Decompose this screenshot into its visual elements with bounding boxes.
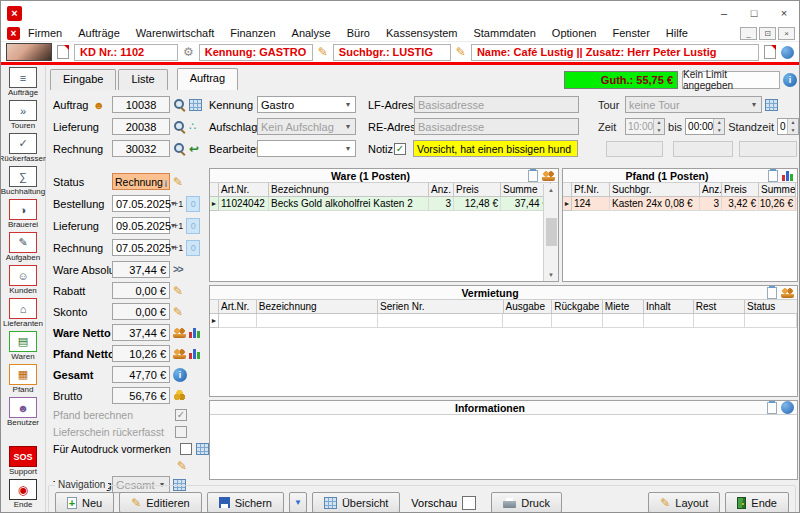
skonto-field[interactable]: 0,00 € — [112, 303, 170, 320]
ende-button[interactable]: Ende — [725, 492, 789, 513]
pencil-icon[interactable]: ✎ — [318, 45, 328, 59]
neu-button[interactable]: +Neu — [55, 492, 114, 513]
menu-stammdaten[interactable]: Stammdaten — [465, 27, 543, 39]
status-field[interactable]: Rechnung — [112, 173, 170, 190]
info-icon[interactable]: i — [783, 73, 797, 87]
mdi-restore-icon[interactable]: ⊡ — [759, 27, 776, 40]
search-icon[interactable] — [173, 98, 186, 111]
sidebar-item-kunden[interactable]: ☺Kunden — [9, 265, 37, 296]
search-icon[interactable] — [173, 120, 186, 133]
menu-optionen[interactable]: Optionen — [544, 27, 605, 39]
gear-icon[interactable]: ⚙ — [183, 45, 194, 59]
autodruck-checkbox[interactable] — [180, 443, 192, 455]
menu-buero[interactable]: Büro — [339, 27, 378, 39]
sichern-button[interactable]: Sichern — [207, 492, 284, 513]
lieferung-number-field[interactable]: 20038 — [112, 118, 170, 135]
offset-days-field[interactable]: 0 — [186, 218, 200, 234]
rechnungsdatum-select[interactable]: 07.05.2025▾ — [112, 239, 170, 256]
report-icon[interactable] — [767, 402, 777, 414]
druck-button[interactable]: Druck — [491, 492, 562, 513]
chart-icon[interactable] — [189, 349, 201, 359]
posten-search-icon[interactable] — [781, 288, 794, 298]
tour-dots-icon[interactable]: ∴ — [189, 120, 196, 133]
menu-fenster[interactable]: Fenster — [605, 27, 658, 39]
customer-kennung-field[interactable]: Kennung: GASTRO — [199, 44, 313, 61]
menu-auftraege[interactable]: Aufträge — [70, 27, 128, 39]
tour-plan-icon[interactable] — [765, 99, 778, 111]
maximize-icon[interactable]: □ — [739, 2, 769, 24]
overview-icon[interactable] — [196, 443, 209, 455]
sidebar-item-ende[interactable]: ◉Ende — [9, 479, 37, 510]
sidebar-item-lieferanten[interactable]: ⌂Lieferanten — [3, 298, 43, 329]
sidebar-item-pfand[interactable]: ▦Pfand — [9, 364, 37, 395]
menu-kassensystem[interactable]: Kassensystem — [378, 27, 466, 39]
group-icon[interactable] — [173, 349, 186, 359]
sidebar-item-aufgaben[interactable]: ✎Aufgaben — [6, 232, 40, 263]
zeit-von-stepper[interactable]: 10:00▲▼ — [625, 118, 665, 135]
menu-warenwirtschaft[interactable]: Warenwirtschaft — [128, 27, 222, 39]
plus-one-button[interactable]: +1 — [173, 243, 183, 253]
group-icon[interactable] — [173, 328, 186, 338]
minimize-icon[interactable]: – — [709, 2, 739, 24]
menu-analyse[interactable]: Analyse — [284, 27, 339, 39]
tab-auftrag[interactable]: Auftrag — [177, 68, 238, 90]
tab-liste[interactable]: Liste — [118, 69, 167, 90]
menu-hilfe[interactable]: Hilfe — [658, 27, 696, 39]
customer-suchbegriff-field[interactable]: Suchbgr.: LUSTIG — [333, 44, 451, 61]
plus-one-button[interactable]: +1 — [173, 221, 183, 231]
rechnung-number-field[interactable]: 30032 — [112, 140, 170, 157]
offset-days-field[interactable]: 0 — [186, 196, 200, 212]
sichern-dropdown-button[interactable]: ▼ — [289, 492, 307, 513]
offset-days-field[interactable]: 0 — [186, 240, 200, 256]
kennung-select[interactable]: Gastro▾ — [257, 96, 356, 113]
sidebar-item-benutzer[interactable]: ☻Benutzer — [7, 397, 39, 428]
auftrag-number-field[interactable]: 10038 — [112, 96, 170, 113]
help-icon[interactable] — [781, 46, 794, 59]
pencil-icon[interactable]: ✎ — [177, 459, 187, 473]
customer-name-field[interactable]: Name: Café Lustig || Zusatz: Herr Peter … — [471, 44, 759, 61]
layout-button[interactable]: ✎Layout — [648, 492, 720, 513]
return-arrow-icon[interactable]: ↩ — [189, 142, 199, 156]
pencil-icon[interactable]: ✎ — [173, 305, 183, 319]
info-ball-icon[interactable] — [781, 401, 794, 414]
sidebar-item-touren[interactable]: »Touren — [9, 100, 37, 131]
table-row[interactable]: ► 11024042 Becks Gold alkoholfrei Kasten… — [210, 197, 558, 211]
standzeit-stepper[interactable]: 0▲▼ — [777, 118, 799, 135]
document-icon[interactable] — [764, 45, 776, 59]
customer-number-field[interactable]: KD Nr.: 1102 — [74, 44, 178, 61]
pencil-icon[interactable]: ✎ — [456, 45, 466, 59]
info-icon[interactable]: i — [173, 368, 187, 382]
table-row[interactable]: ► 124 Kasten 24x 0,08 € 3 3,42 € 10,26 € — [563, 197, 797, 211]
chart-icon[interactable] — [189, 328, 201, 338]
plus-one-button[interactable]: +1 — [173, 199, 183, 209]
sidebar-item-buchhaltung[interactable]: ∑Buchhaltung — [1, 166, 45, 197]
tab-eingabe[interactable]: Eingabe — [50, 69, 116, 90]
vorschau-checkbox[interactable] — [462, 496, 476, 510]
notiz-checkbox[interactable]: ✓ — [394, 143, 406, 155]
bestellung-date-select[interactable]: 07.05.2025▾ — [112, 195, 170, 212]
posten-search-icon[interactable] — [542, 171, 555, 181]
uebersicht-button[interactable]: Übersicht — [312, 492, 400, 513]
report-icon[interactable] — [528, 170, 538, 182]
search-icon[interactable] — [173, 142, 186, 155]
pencil-icon[interactable]: ✎ — [173, 175, 183, 189]
mdi-close-icon[interactable]: × — [778, 27, 795, 40]
pencil-icon[interactable]: ✎ — [173, 284, 183, 298]
mdi-minimize-icon[interactable]: _ — [740, 27, 757, 40]
chart-icon[interactable] — [782, 171, 794, 181]
lieferdatum-select[interactable]: 09.05.2025▾ — [112, 217, 170, 234]
overview-icon[interactable] — [189, 99, 202, 111]
sidebar-item-waren[interactable]: ▤Waren — [9, 331, 37, 362]
table-row[interactable]: ► — [210, 314, 797, 328]
menu-firmen[interactable]: Firmen — [20, 27, 70, 39]
report-icon[interactable] — [768, 170, 778, 182]
notiz-field[interactable]: Vorsicht, hat einen bissigen hund — [413, 140, 578, 157]
sidebar-item-rueckerfassen[interactable]: ✓Rückerfassen — [0, 133, 47, 164]
sidebar-item-auftraege[interactable]: ≡Aufträge — [8, 67, 38, 98]
editieren-button[interactable]: ✎Editieren — [119, 492, 201, 513]
sidebar-item-brauerei[interactable]: ◑Brauerei — [8, 199, 38, 230]
zeit-bis-stepper[interactable]: 00:00▲▼ — [685, 118, 725, 135]
report-icon[interactable] — [767, 287, 777, 299]
bearbeiter-select[interactable]: ▾ — [257, 140, 356, 157]
sidebar-item-support[interactable]: SOSSupport — [9, 446, 37, 477]
